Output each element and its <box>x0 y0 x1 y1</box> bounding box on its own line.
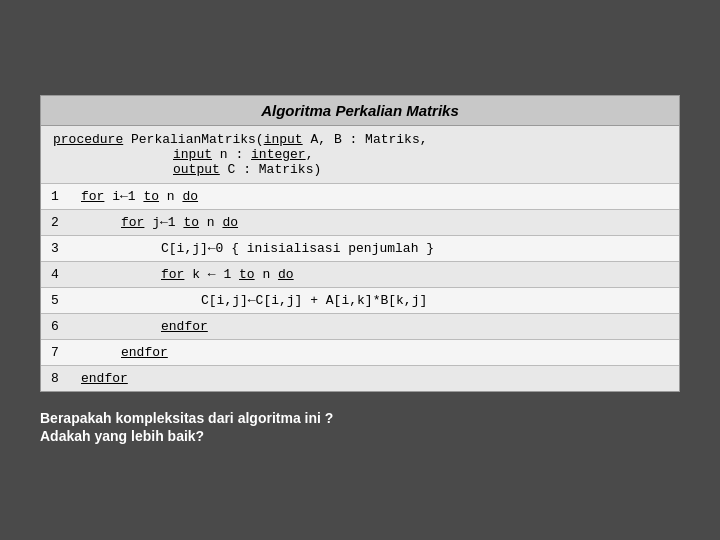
line-number: 4 <box>41 261 71 287</box>
table-row: 1for i←1 to n do <box>41 184 679 210</box>
table-row: 5 C[i,j]←C[i,j] + A[i,k]*B[k,j] <box>41 287 679 313</box>
line-number: 7 <box>41 339 71 365</box>
line-number: 6 <box>41 313 71 339</box>
footer-text: Berapakah kompleksitas dari algoritma in… <box>40 410 680 444</box>
code-line: endfor <box>71 365 679 391</box>
algorithm-table: Algoritma Perkalian Matriks procedure Pe… <box>40 95 680 392</box>
code-line: for k ← 1 to n do <box>71 261 679 287</box>
procedure-header: procedure PerkalianMatriks(input A, B : … <box>41 126 679 184</box>
table-row: 8endfor <box>41 365 679 391</box>
code-line: C[i,j]←C[i,j] + A[i,k]*B[k,j] <box>71 287 679 313</box>
table-title: Algoritma Perkalian Matriks <box>41 96 679 126</box>
procedure-line2: input n : integer, <box>53 147 667 162</box>
table-row: 3 C[i,j]←0 { inisialisasi penjumlah } <box>41 235 679 261</box>
line-number: 5 <box>41 287 71 313</box>
code-line: endfor <box>71 313 679 339</box>
code-table: 1for i←1 to n do2 for j←1 to n do3 C[i,j… <box>41 184 679 391</box>
code-line: endfor <box>71 339 679 365</box>
code-line: C[i,j]←0 { inisialisasi penjumlah } <box>71 235 679 261</box>
footer-line2: Adakah yang lebih baik? <box>40 428 680 444</box>
line-number: 8 <box>41 365 71 391</box>
code-line: for j←1 to n do <box>71 209 679 235</box>
table-row: 2 for j←1 to n do <box>41 209 679 235</box>
footer-line1: Berapakah kompleksitas dari algoritma in… <box>40 410 680 426</box>
table-row: 4 for k ← 1 to n do <box>41 261 679 287</box>
table-row: 7 endfor <box>41 339 679 365</box>
line-number: 1 <box>41 184 71 210</box>
line-number: 3 <box>41 235 71 261</box>
main-container: Algoritma Perkalian Matriks procedure Pe… <box>10 75 710 466</box>
table-row: 6 endfor <box>41 313 679 339</box>
procedure-line3: output C : Matriks) <box>53 162 667 177</box>
code-line: for i←1 to n do <box>71 184 679 210</box>
line-number: 2 <box>41 209 71 235</box>
procedure-line1: procedure PerkalianMatriks(input A, B : … <box>53 132 667 147</box>
